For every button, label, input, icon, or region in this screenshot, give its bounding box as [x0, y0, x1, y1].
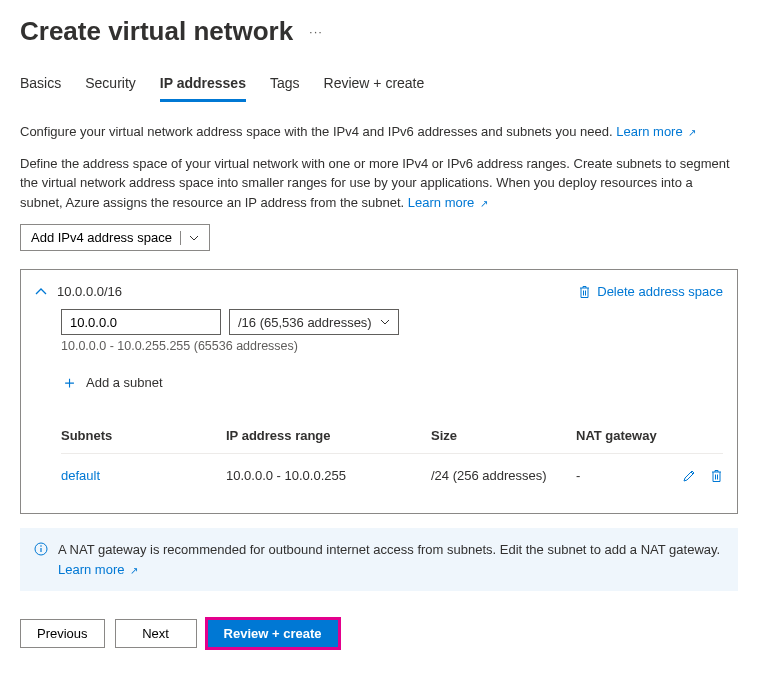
- previous-button[interactable]: Previous: [20, 619, 105, 648]
- subnet-name-link[interactable]: default: [61, 468, 226, 483]
- edit-subnet-icon[interactable]: [682, 469, 696, 483]
- chevron-down-icon: [189, 235, 199, 241]
- subnet-table: Subnets IP address range Size NAT gatewa…: [61, 418, 723, 497]
- header-size: Size: [431, 428, 576, 443]
- tab-tags[interactable]: Tags: [270, 75, 300, 102]
- delete-subnet-icon[interactable]: [710, 469, 723, 483]
- subnet-range: 10.0.0.0 - 10.0.0.255: [226, 468, 431, 483]
- description-2: Define the address space of your virtual…: [20, 154, 738, 213]
- plus-icon: ＋: [61, 371, 78, 394]
- table-row: default 10.0.0.0 - 10.0.0.255 /24 (256 a…: [61, 453, 723, 497]
- add-subnet-label: Add a subnet: [86, 375, 163, 390]
- tab-security[interactable]: Security: [85, 75, 136, 102]
- header-subnets: Subnets: [61, 428, 226, 443]
- delete-address-space-button[interactable]: Delete address space: [578, 284, 723, 299]
- add-space-label: Add IPv4 address space: [31, 230, 172, 245]
- trash-icon: [578, 285, 591, 299]
- subnet-nat: -: [576, 468, 663, 483]
- add-ipv4-address-space-button[interactable]: Add IPv4 address space: [20, 224, 210, 251]
- table-header-row: Subnets IP address range Size NAT gatewa…: [61, 418, 723, 453]
- info-text-container: A NAT gateway is recommended for outboun…: [58, 540, 724, 579]
- address-space-panel: 10.0.0.0/16 Delete address space /16 (65…: [20, 269, 738, 514]
- tab-basics[interactable]: Basics: [20, 75, 61, 102]
- info-icon: [34, 542, 48, 556]
- external-link-icon: ↗: [130, 565, 138, 576]
- size-select-value: /16 (65,536 addresses): [238, 315, 372, 330]
- description-1-text: Configure your virtual network address s…: [20, 124, 616, 139]
- button-divider: [180, 231, 181, 245]
- tab-bar: Basics Security IP addresses Tags Review…: [20, 75, 738, 102]
- delete-label: Delete address space: [597, 284, 723, 299]
- collapse-icon[interactable]: [35, 288, 47, 296]
- svg-point-2: [40, 545, 42, 547]
- tab-review-create[interactable]: Review + create: [324, 75, 425, 102]
- header-ip-range: IP address range: [226, 428, 431, 443]
- tab-ip-addresses[interactable]: IP addresses: [160, 75, 246, 102]
- add-subnet-button[interactable]: ＋ Add a subnet: [61, 371, 723, 394]
- external-link-icon: ↗: [688, 127, 696, 138]
- info-learn-more-link[interactable]: Learn more ↗: [58, 562, 138, 577]
- description-2-text: Define the address space of your virtual…: [20, 156, 730, 210]
- footer-buttons: Previous Next Review + create: [20, 619, 738, 648]
- page-title: Create virtual network: [20, 16, 293, 47]
- header-nat-gateway: NAT gateway: [576, 428, 723, 443]
- nat-gateway-info: A NAT gateway is recommended for outboun…: [20, 528, 738, 591]
- address-range-text: 10.0.0.0 - 10.0.255.255 (65536 addresses…: [61, 339, 723, 353]
- external-link-icon: ↗: [480, 198, 488, 209]
- next-button[interactable]: Next: [115, 619, 197, 648]
- address-space-cidr: 10.0.0.0/16: [57, 284, 122, 299]
- chevron-down-icon: [380, 319, 390, 325]
- address-space-size-select[interactable]: /16 (65,536 addresses): [229, 309, 399, 335]
- learn-more-link-2[interactable]: Learn more ↗: [408, 195, 488, 210]
- review-create-button[interactable]: Review + create: [207, 619, 339, 648]
- description-1: Configure your virtual network address s…: [20, 122, 738, 142]
- info-text: A NAT gateway is recommended for outboun…: [58, 542, 720, 557]
- learn-more-link-1[interactable]: Learn more ↗: [616, 124, 696, 139]
- starting-address-input[interactable]: [61, 309, 221, 335]
- subnet-size: /24 (256 addresses): [431, 468, 576, 483]
- more-button[interactable]: ···: [309, 24, 323, 39]
